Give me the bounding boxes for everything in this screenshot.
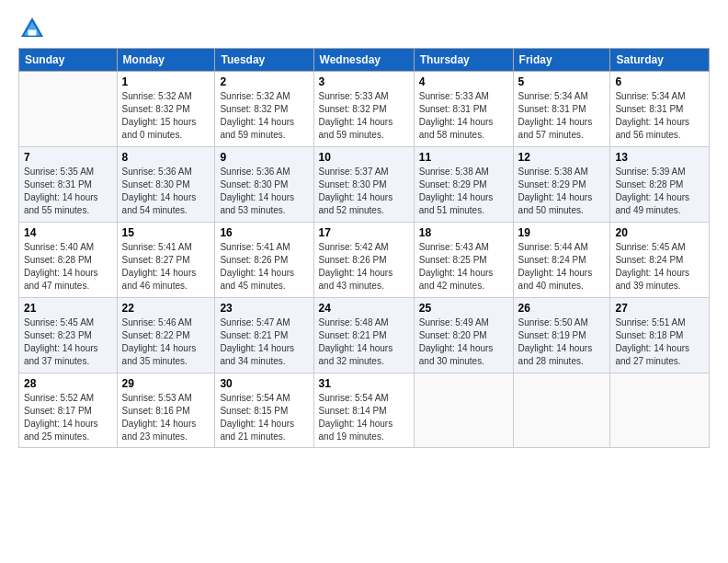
day-number: 21 [24, 302, 112, 315]
day-number: 9 [220, 151, 308, 164]
day-info: Sunrise: 5:51 AMSunset: 8:18 PMDaylight:… [615, 316, 704, 368]
day-info: Sunrise: 5:54 AMSunset: 8:14 PMDaylight:… [319, 392, 409, 443]
day-info: Sunrise: 5:38 AMSunset: 8:29 PMDaylight:… [518, 166, 606, 217]
calendar-cell: 21Sunrise: 5:45 AMSunset: 8:23 PMDayligh… [19, 298, 118, 373]
day-number: 17 [319, 226, 409, 239]
calendar-cell: 25Sunrise: 5:49 AMSunset: 8:20 PMDayligh… [414, 298, 513, 373]
day-number: 14 [24, 226, 112, 239]
page: SundayMondayTuesdayWednesdayThursdayFrid… [0, 0, 728, 457]
day-number: 15 [122, 226, 210, 239]
calendar-cell: 29Sunrise: 5:53 AMSunset: 8:16 PMDayligh… [117, 373, 215, 448]
calendar-cell: 31Sunrise: 5:54 AMSunset: 8:14 PMDayligh… [313, 373, 414, 448]
day-info: Sunrise: 5:50 AMSunset: 8:19 PMDaylight:… [518, 316, 606, 368]
day-number: 22 [122, 302, 210, 315]
day-info: Sunrise: 5:41 AMSunset: 8:26 PMDaylight:… [220, 241, 308, 293]
calendar-table: SundayMondayTuesdayWednesdayThursdayFrid… [18, 48, 710, 448]
day-info: Sunrise: 5:37 AMSunset: 8:30 PMDaylight:… [319, 166, 409, 217]
calendar-cell: 2Sunrise: 5:32 AMSunset: 8:32 PMDaylight… [215, 72, 313, 147]
day-info: Sunrise: 5:45 AMSunset: 8:23 PMDaylight:… [24, 316, 112, 368]
calendar-cell: 6Sunrise: 5:34 AMSunset: 8:31 PMDaylight… [610, 72, 710, 147]
day-info: Sunrise: 5:39 AMSunset: 8:28 PMDaylight:… [615, 166, 704, 217]
day-number: 20 [615, 226, 704, 239]
day-number: 24 [319, 302, 409, 315]
calendar-cell: 19Sunrise: 5:44 AMSunset: 8:24 PMDayligh… [513, 223, 610, 298]
day-info: Sunrise: 5:47 AMSunset: 8:21 PMDaylight:… [220, 316, 308, 368]
day-number: 3 [319, 75, 409, 88]
day-number: 27 [615, 302, 704, 315]
day-info: Sunrise: 5:34 AMSunset: 8:31 PMDaylight:… [615, 90, 704, 142]
day-number: 31 [319, 377, 409, 390]
day-info: Sunrise: 5:35 AMSunset: 8:31 PMDaylight:… [24, 166, 112, 217]
calendar-cell: 15Sunrise: 5:41 AMSunset: 8:27 PMDayligh… [117, 223, 215, 298]
calendar-cell: 4Sunrise: 5:33 AMSunset: 8:31 PMDaylight… [414, 72, 513, 147]
calendar-cell: 9Sunrise: 5:36 AMSunset: 8:30 PMDaylight… [215, 147, 313, 223]
day-number: 18 [419, 226, 508, 239]
day-info: Sunrise: 5:52 AMSunset: 8:17 PMDaylight:… [24, 392, 112, 443]
calendar-week-row: 7Sunrise: 5:35 AMSunset: 8:31 PMDaylight… [19, 147, 710, 223]
weekday-header-tuesday: Tuesday [215, 49, 313, 72]
calendar-cell: 28Sunrise: 5:52 AMSunset: 8:17 PMDayligh… [19, 373, 118, 448]
day-info: Sunrise: 5:34 AMSunset: 8:31 PMDaylight:… [518, 90, 606, 142]
day-number: 30 [220, 377, 308, 390]
calendar-cell: 17Sunrise: 5:42 AMSunset: 8:26 PMDayligh… [313, 223, 414, 298]
day-number: 2 [220, 75, 308, 88]
day-info: Sunrise: 5:48 AMSunset: 8:21 PMDaylight:… [319, 316, 409, 368]
weekday-header-monday: Monday [117, 49, 215, 72]
calendar-cell: 7Sunrise: 5:35 AMSunset: 8:31 PMDaylight… [19, 147, 118, 223]
day-number: 11 [419, 151, 508, 164]
day-number: 1 [122, 75, 210, 88]
day-info: Sunrise: 5:32 AMSunset: 8:32 PMDaylight:… [122, 90, 210, 142]
day-info: Sunrise: 5:43 AMSunset: 8:25 PMDaylight:… [419, 241, 508, 293]
day-info: Sunrise: 5:53 AMSunset: 8:16 PMDaylight:… [122, 392, 210, 443]
calendar-body: 1Sunrise: 5:32 AMSunset: 8:32 PMDaylight… [19, 72, 710, 448]
calendar-week-row: 28Sunrise: 5:52 AMSunset: 8:17 PMDayligh… [19, 373, 710, 448]
day-info: Sunrise: 5:33 AMSunset: 8:32 PMDaylight:… [319, 90, 409, 142]
weekday-header-thursday: Thursday [414, 49, 513, 72]
day-info: Sunrise: 5:40 AMSunset: 8:28 PMDaylight:… [24, 241, 112, 293]
day-number: 29 [122, 377, 210, 390]
day-number: 19 [518, 226, 606, 239]
day-info: Sunrise: 5:41 AMSunset: 8:27 PMDaylight:… [122, 241, 210, 293]
day-number: 12 [518, 151, 606, 164]
calendar-cell [19, 72, 118, 147]
day-info: Sunrise: 5:49 AMSunset: 8:20 PMDaylight:… [419, 316, 508, 368]
day-number: 5 [518, 75, 606, 88]
calendar-cell: 30Sunrise: 5:54 AMSunset: 8:15 PMDayligh… [215, 373, 313, 448]
calendar-cell: 1Sunrise: 5:32 AMSunset: 8:32 PMDaylight… [117, 72, 215, 147]
calendar-cell: 13Sunrise: 5:39 AMSunset: 8:28 PMDayligh… [610, 147, 710, 223]
day-number: 26 [518, 302, 606, 315]
calendar-cell: 23Sunrise: 5:47 AMSunset: 8:21 PMDayligh… [215, 298, 313, 373]
day-number: 16 [220, 226, 308, 239]
calendar-week-row: 21Sunrise: 5:45 AMSunset: 8:23 PMDayligh… [19, 298, 710, 373]
day-number: 25 [419, 302, 508, 315]
calendar-cell: 20Sunrise: 5:45 AMSunset: 8:24 PMDayligh… [610, 223, 710, 298]
day-info: Sunrise: 5:54 AMSunset: 8:15 PMDaylight:… [220, 392, 308, 443]
day-info: Sunrise: 5:38 AMSunset: 8:29 PMDaylight:… [419, 166, 508, 217]
day-info: Sunrise: 5:36 AMSunset: 8:30 PMDaylight:… [220, 166, 308, 217]
day-info: Sunrise: 5:32 AMSunset: 8:32 PMDaylight:… [220, 90, 308, 142]
logo [18, 15, 50, 42]
calendar-cell: 3Sunrise: 5:33 AMSunset: 8:32 PMDaylight… [313, 72, 414, 147]
calendar-cell: 26Sunrise: 5:50 AMSunset: 8:19 PMDayligh… [513, 298, 610, 373]
calendar-week-row: 14Sunrise: 5:40 AMSunset: 8:28 PMDayligh… [19, 223, 710, 298]
day-number: 13 [615, 151, 704, 164]
calendar-cell: 24Sunrise: 5:48 AMSunset: 8:21 PMDayligh… [313, 298, 414, 373]
calendar-cell: 18Sunrise: 5:43 AMSunset: 8:25 PMDayligh… [414, 223, 513, 298]
day-info: Sunrise: 5:46 AMSunset: 8:22 PMDaylight:… [122, 316, 210, 368]
calendar-header: SundayMondayTuesdayWednesdayThursdayFrid… [19, 49, 710, 72]
calendar-cell: 5Sunrise: 5:34 AMSunset: 8:31 PMDaylight… [513, 72, 610, 147]
weekday-header-wednesday: Wednesday [313, 49, 414, 72]
calendar-cell: 12Sunrise: 5:38 AMSunset: 8:29 PMDayligh… [513, 147, 610, 223]
calendar-week-row: 1Sunrise: 5:32 AMSunset: 8:32 PMDaylight… [19, 72, 710, 147]
day-number: 6 [615, 75, 704, 88]
day-info: Sunrise: 5:36 AMSunset: 8:30 PMDaylight:… [122, 166, 210, 217]
calendar-cell: 11Sunrise: 5:38 AMSunset: 8:29 PMDayligh… [414, 147, 513, 223]
svg-rect-2 [28, 30, 37, 36]
weekday-header-row: SundayMondayTuesdayWednesdayThursdayFrid… [19, 49, 710, 72]
calendar-cell [513, 373, 610, 448]
logo-icon [18, 15, 46, 42]
day-number: 23 [220, 302, 308, 315]
calendar-cell: 27Sunrise: 5:51 AMSunset: 8:18 PMDayligh… [610, 298, 710, 373]
day-number: 4 [419, 75, 508, 88]
weekday-header-sunday: Sunday [19, 49, 118, 72]
